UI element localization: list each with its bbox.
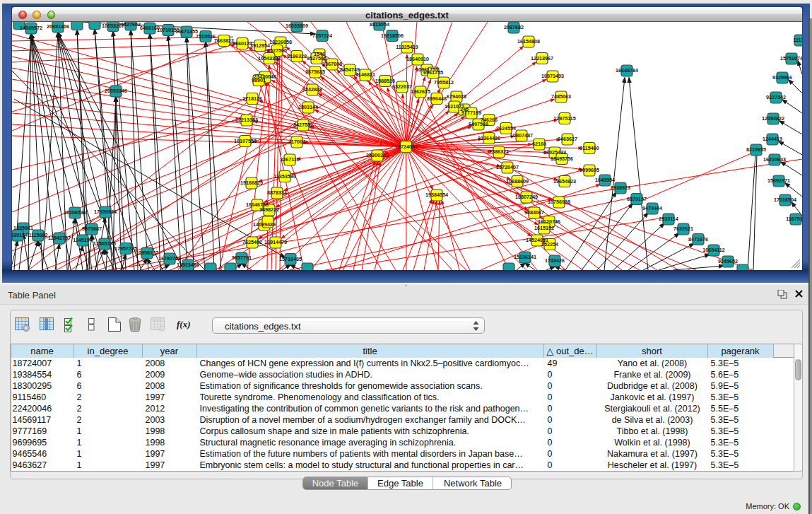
svg-text:f(x): f(x) [177,319,191,329]
